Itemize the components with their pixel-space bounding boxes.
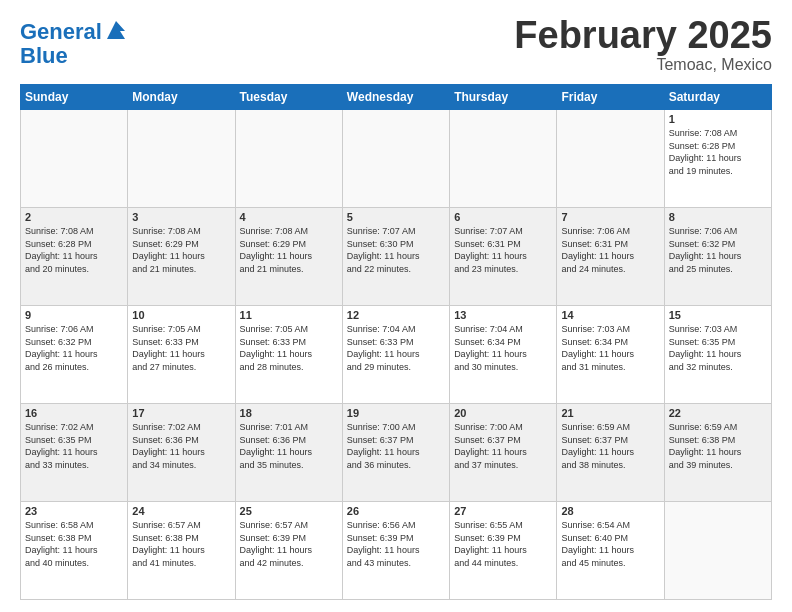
calendar-week-row-2: 9Sunrise: 7:06 AM Sunset: 6:32 PM Daylig… (21, 306, 772, 404)
calendar-cell: 11Sunrise: 7:05 AM Sunset: 6:33 PM Dayli… (235, 306, 342, 404)
calendar-cell (342, 110, 449, 208)
calendar-cell (235, 110, 342, 208)
day-number: 27 (454, 505, 552, 517)
calendar-week-row-1: 2Sunrise: 7:08 AM Sunset: 6:28 PM Daylig… (21, 208, 772, 306)
page: General Blue February 2025 Temoac, Mexic… (0, 0, 792, 612)
col-monday: Monday (128, 85, 235, 110)
day-number: 6 (454, 211, 552, 223)
day-info: Sunrise: 6:57 AM Sunset: 6:39 PM Dayligh… (240, 519, 338, 569)
day-info: Sunrise: 7:03 AM Sunset: 6:35 PM Dayligh… (669, 323, 767, 373)
day-info: Sunrise: 6:55 AM Sunset: 6:39 PM Dayligh… (454, 519, 552, 569)
day-number: 11 (240, 309, 338, 321)
day-number: 8 (669, 211, 767, 223)
calendar-table: Sunday Monday Tuesday Wednesday Thursday… (20, 84, 772, 600)
col-saturday: Saturday (664, 85, 771, 110)
day-info: Sunrise: 7:08 AM Sunset: 6:29 PM Dayligh… (240, 225, 338, 275)
day-number: 14 (561, 309, 659, 321)
day-number: 9 (25, 309, 123, 321)
day-info: Sunrise: 6:59 AM Sunset: 6:38 PM Dayligh… (669, 421, 767, 471)
calendar-cell: 23Sunrise: 6:58 AM Sunset: 6:38 PM Dayli… (21, 502, 128, 600)
day-info: Sunrise: 7:06 AM Sunset: 6:32 PM Dayligh… (25, 323, 123, 373)
day-info: Sunrise: 7:08 AM Sunset: 6:28 PM Dayligh… (25, 225, 123, 275)
day-info: Sunrise: 7:02 AM Sunset: 6:36 PM Dayligh… (132, 421, 230, 471)
day-info: Sunrise: 7:04 AM Sunset: 6:33 PM Dayligh… (347, 323, 445, 373)
day-number: 25 (240, 505, 338, 517)
calendar-cell: 24Sunrise: 6:57 AM Sunset: 6:38 PM Dayli… (128, 502, 235, 600)
calendar-cell: 10Sunrise: 7:05 AM Sunset: 6:33 PM Dayli… (128, 306, 235, 404)
day-number: 28 (561, 505, 659, 517)
day-info: Sunrise: 6:57 AM Sunset: 6:38 PM Dayligh… (132, 519, 230, 569)
calendar-cell: 1Sunrise: 7:08 AM Sunset: 6:28 PM Daylig… (664, 110, 771, 208)
day-info: Sunrise: 6:56 AM Sunset: 6:39 PM Dayligh… (347, 519, 445, 569)
logo-blue-text: Blue (20, 43, 68, 68)
day-number: 7 (561, 211, 659, 223)
day-info: Sunrise: 7:01 AM Sunset: 6:36 PM Dayligh… (240, 421, 338, 471)
day-number: 18 (240, 407, 338, 419)
day-number: 23 (25, 505, 123, 517)
logo-icon (103, 17, 129, 43)
day-info: Sunrise: 7:07 AM Sunset: 6:31 PM Dayligh… (454, 225, 552, 275)
calendar-week-row-4: 23Sunrise: 6:58 AM Sunset: 6:38 PM Dayli… (21, 502, 772, 600)
day-number: 1 (669, 113, 767, 125)
calendar-cell: 28Sunrise: 6:54 AM Sunset: 6:40 PM Dayli… (557, 502, 664, 600)
day-info: Sunrise: 7:08 AM Sunset: 6:28 PM Dayligh… (669, 127, 767, 177)
day-info: Sunrise: 7:06 AM Sunset: 6:32 PM Dayligh… (669, 225, 767, 275)
day-info: Sunrise: 7:02 AM Sunset: 6:35 PM Dayligh… (25, 421, 123, 471)
day-info: Sunrise: 7:05 AM Sunset: 6:33 PM Dayligh… (132, 323, 230, 373)
calendar-cell: 2Sunrise: 7:08 AM Sunset: 6:28 PM Daylig… (21, 208, 128, 306)
day-info: Sunrise: 6:58 AM Sunset: 6:38 PM Dayligh… (25, 519, 123, 569)
day-info: Sunrise: 7:00 AM Sunset: 6:37 PM Dayligh… (454, 421, 552, 471)
calendar-cell: 21Sunrise: 6:59 AM Sunset: 6:37 PM Dayli… (557, 404, 664, 502)
calendar-cell: 22Sunrise: 6:59 AM Sunset: 6:38 PM Dayli… (664, 404, 771, 502)
calendar-cell: 3Sunrise: 7:08 AM Sunset: 6:29 PM Daylig… (128, 208, 235, 306)
col-tuesday: Tuesday (235, 85, 342, 110)
title-block: February 2025 Temoac, Mexico (514, 16, 772, 74)
day-number: 5 (347, 211, 445, 223)
calendar-cell (450, 110, 557, 208)
location: Temoac, Mexico (514, 56, 772, 74)
col-sunday: Sunday (21, 85, 128, 110)
col-wednesday: Wednesday (342, 85, 449, 110)
day-info: Sunrise: 7:06 AM Sunset: 6:31 PM Dayligh… (561, 225, 659, 275)
calendar-cell: 8Sunrise: 7:06 AM Sunset: 6:32 PM Daylig… (664, 208, 771, 306)
calendar-cell: 18Sunrise: 7:01 AM Sunset: 6:36 PM Dayli… (235, 404, 342, 502)
month-title: February 2025 (514, 16, 772, 54)
col-friday: Friday (557, 85, 664, 110)
calendar-cell: 19Sunrise: 7:00 AM Sunset: 6:37 PM Dayli… (342, 404, 449, 502)
day-number: 20 (454, 407, 552, 419)
day-number: 3 (132, 211, 230, 223)
calendar-cell: 17Sunrise: 7:02 AM Sunset: 6:36 PM Dayli… (128, 404, 235, 502)
calendar-cell: 7Sunrise: 7:06 AM Sunset: 6:31 PM Daylig… (557, 208, 664, 306)
calendar-cell: 5Sunrise: 7:07 AM Sunset: 6:30 PM Daylig… (342, 208, 449, 306)
day-number: 19 (347, 407, 445, 419)
day-number: 12 (347, 309, 445, 321)
calendar-week-row-3: 16Sunrise: 7:02 AM Sunset: 6:35 PM Dayli… (21, 404, 772, 502)
calendar-cell (21, 110, 128, 208)
day-number: 24 (132, 505, 230, 517)
day-number: 13 (454, 309, 552, 321)
day-info: Sunrise: 7:07 AM Sunset: 6:30 PM Dayligh… (347, 225, 445, 275)
calendar-cell: 26Sunrise: 6:56 AM Sunset: 6:39 PM Dayli… (342, 502, 449, 600)
day-number: 4 (240, 211, 338, 223)
logo: General Blue (20, 20, 129, 68)
svg-marker-0 (107, 21, 125, 39)
day-number: 21 (561, 407, 659, 419)
day-number: 2 (25, 211, 123, 223)
calendar-cell: 20Sunrise: 7:00 AM Sunset: 6:37 PM Dayli… (450, 404, 557, 502)
calendar-cell: 6Sunrise: 7:07 AM Sunset: 6:31 PM Daylig… (450, 208, 557, 306)
day-info: Sunrise: 7:03 AM Sunset: 6:34 PM Dayligh… (561, 323, 659, 373)
day-info: Sunrise: 6:59 AM Sunset: 6:37 PM Dayligh… (561, 421, 659, 471)
calendar-cell: 15Sunrise: 7:03 AM Sunset: 6:35 PM Dayli… (664, 306, 771, 404)
day-number: 15 (669, 309, 767, 321)
calendar-cell: 27Sunrise: 6:55 AM Sunset: 6:39 PM Dayli… (450, 502, 557, 600)
calendar-cell (557, 110, 664, 208)
day-info: Sunrise: 6:54 AM Sunset: 6:40 PM Dayligh… (561, 519, 659, 569)
calendar-cell: 16Sunrise: 7:02 AM Sunset: 6:35 PM Dayli… (21, 404, 128, 502)
day-number: 22 (669, 407, 767, 419)
day-number: 10 (132, 309, 230, 321)
calendar-cell: 4Sunrise: 7:08 AM Sunset: 6:29 PM Daylig… (235, 208, 342, 306)
calendar-week-row-0: 1Sunrise: 7:08 AM Sunset: 6:28 PM Daylig… (21, 110, 772, 208)
logo-text: General (20, 20, 102, 44)
calendar-cell: 14Sunrise: 7:03 AM Sunset: 6:34 PM Dayli… (557, 306, 664, 404)
calendar-cell (128, 110, 235, 208)
